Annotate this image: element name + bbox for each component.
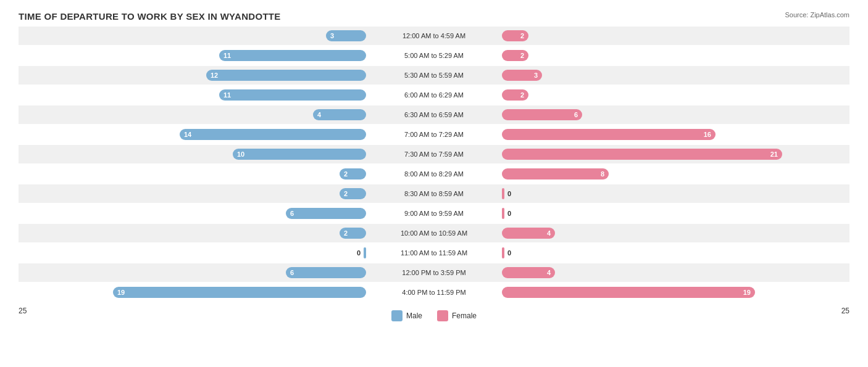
axis-left-value: 25 [19,307,27,321]
right-side: 2 [502,86,849,104]
time-label: 8:30 AM to 8:59 AM [366,190,502,197]
left-side: 14 [19,125,366,144]
female-bar: 4 [502,267,555,278]
legend-female: Female [437,310,477,321]
male-bar: 2 [340,188,366,199]
legend: Male Female [391,310,477,321]
female-value-outside: 0 [507,190,511,197]
female-bar: 6 [502,109,582,120]
chart-row: 3 12:00 AM to 4:59 AM 2 [19,27,849,45]
male-value: 14 [180,131,196,138]
male-value: 11 [219,91,235,99]
female-bar [502,208,504,219]
chart-row: 4 6:30 AM to 6:59 AM 6 [19,105,849,124]
left-side: 6 [19,204,366,223]
right-side: 3 [502,66,849,85]
chart-row: 2 8:30 AM to 8:59 AM 0 [19,184,849,203]
left-side: 19 [19,283,366,302]
male-value: 2 [340,170,352,178]
left-side: 4 [19,105,366,124]
chart-row: 6 12:00 PM to 3:59 PM 4 [19,263,849,282]
right-side: 21 [502,145,849,163]
legend-male: Male [391,310,422,321]
male-bar: 3 [326,30,366,41]
female-bar: 2 [502,50,528,61]
male-bar: 2 [340,228,366,239]
female-value: 8 [596,170,609,178]
time-label: 9:00 AM to 9:59 AM [366,210,502,217]
legend-male-label: Male [406,311,422,320]
left-side: 0 [19,244,366,262]
time-label: 7:30 AM to 7:59 AM [366,151,502,158]
left-side: 12 [19,66,366,85]
female-bar: 19 [502,287,755,298]
female-bar: 4 [502,228,555,239]
time-label: 7:00 AM to 7:29 AM [366,131,502,138]
legend-female-label: Female [452,311,477,320]
female-value-outside: 0 [507,249,511,257]
right-side: 4 [502,263,849,282]
male-value: 6 [286,269,298,276]
female-bar [502,247,504,258]
chart-row: 6 9:00 AM to 9:59 AM 0 [19,204,849,223]
male-value: 11 [219,52,235,59]
female-value: 4 [543,269,555,276]
male-value: 10 [233,151,249,158]
left-side: 10 [19,145,366,163]
male-bar: 19 [113,287,366,298]
chart-row: 11 6:00 AM to 6:29 AM 2 [19,86,849,104]
male-bar: 6 [286,267,366,278]
right-side: 8 [502,165,849,183]
time-label: 12:00 PM to 3:59 PM [366,269,502,276]
legend-male-box [391,310,403,321]
female-value: 3 [530,72,542,79]
right-side: 2 [502,46,849,65]
left-side: 6 [19,263,366,282]
time-label: 5:00 AM to 5:29 AM [366,52,502,59]
chart-row: 0 11:00 AM to 11:59 AM 0 [19,244,849,262]
female-value: 21 [766,151,782,158]
time-label: 11:00 AM to 11:59 AM [366,249,502,257]
female-bar: 2 [502,89,528,101]
female-bar: 16 [502,129,716,140]
male-value: 12 [206,72,222,79]
male-value: 4 [313,111,325,118]
right-side: 0 [502,204,849,223]
left-side: 11 [19,86,366,104]
female-bar: 3 [502,70,542,81]
male-value: 2 [340,190,352,197]
female-value: 4 [543,229,555,237]
male-bar: 10 [233,149,366,160]
chart-row: 2 8:00 AM to 8:29 AM 8 [19,165,849,183]
male-bar: 12 [206,70,366,81]
axis-bottom: 25 Male Female 25 [19,307,849,321]
bars-area: 3 12:00 AM to 4:59 AM 2 11 5:00 AM to 5:… [19,27,849,302]
chart-row: 14 7:00 AM to 7:29 AM 16 [19,125,849,144]
male-bar: 11 [219,89,366,101]
male-bar: 6 [286,208,366,219]
female-bar: 8 [502,168,609,179]
left-side: 11 [19,46,366,65]
female-bar: 21 [502,149,782,160]
female-value: 6 [570,111,582,118]
time-label: 10:00 AM to 10:59 AM [366,229,502,237]
legend-female-box [437,310,448,321]
female-value: 2 [516,32,528,39]
right-side: 19 [502,283,849,302]
female-value: 2 [516,91,528,99]
right-side: 6 [502,105,849,124]
time-label: 6:30 AM to 6:59 AM [366,111,502,118]
female-bar [502,188,504,199]
male-bar: 11 [219,50,366,61]
chart-row: 12 5:30 AM to 5:59 AM 3 [19,66,849,85]
time-label: 6:00 AM to 6:29 AM [366,91,502,99]
female-value: 19 [739,289,755,296]
female-value: 2 [516,52,528,59]
right-side: 0 [502,244,849,262]
male-value: 19 [113,289,129,296]
male-value: 6 [286,210,298,217]
male-value: 3 [326,32,338,39]
male-bar: 2 [340,168,366,179]
male-bar: 4 [313,109,366,120]
right-side: 2 [502,27,849,45]
